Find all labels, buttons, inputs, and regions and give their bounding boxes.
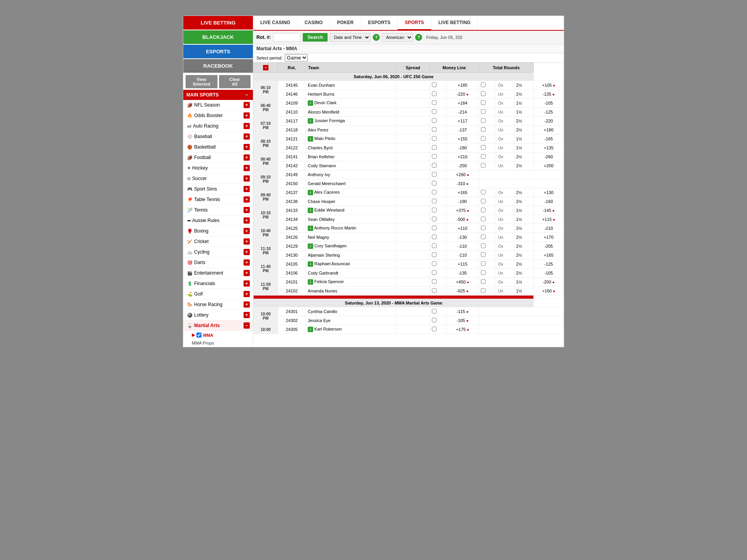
info-icon[interactable]: i <box>308 243 313 249</box>
tennis-plus[interactable]: + <box>244 207 250 213</box>
rot-input[interactable] <box>273 33 300 42</box>
row-checkbox[interactable] <box>481 288 486 293</box>
row-checkbox[interactable] <box>432 109 437 114</box>
info-icon[interactable]: i <box>308 118 313 124</box>
row-checkbox[interactable] <box>481 226 486 230</box>
cycling-plus[interactable]: + <box>244 249 250 255</box>
row-checkbox[interactable] <box>481 154 486 159</box>
row-checkbox[interactable] <box>481 217 486 221</box>
horse-racing-plus[interactable]: + <box>244 301 250 308</box>
row-checkbox[interactable] <box>432 327 437 331</box>
aussie-rules-plus[interactable]: + <box>244 217 250 224</box>
search-button[interactable]: Search <box>303 33 328 42</box>
row-checkbox[interactable] <box>481 190 486 194</box>
sidebar-item-golf[interactable]: ⛳ Golf+ <box>183 289 253 299</box>
sidebar-item-table-tennis[interactable]: 🏓 Table Tennis+ <box>183 194 253 205</box>
table-tennis-plus[interactable]: + <box>244 196 250 203</box>
sidebar-item-darts[interactable]: 🎯 Darts+ <box>183 257 253 268</box>
row-checkbox[interactable] <box>432 172 437 177</box>
info-icon[interactable]: i <box>308 190 313 195</box>
info-icon[interactable]: i <box>308 136 313 142</box>
basketball-plus[interactable]: + <box>244 144 250 150</box>
info-icon[interactable]: i <box>308 208 313 213</box>
row-checkbox[interactable] <box>481 243 486 248</box>
martial-arts-minus[interactable]: − <box>244 322 250 329</box>
baseball-plus[interactable]: + <box>244 133 250 140</box>
sub-item-mma[interactable]: ▶ MMA <box>183 331 253 339</box>
row-checkbox[interactable] <box>432 145 437 150</box>
row-checkbox[interactable] <box>481 91 486 96</box>
row-checkbox[interactable] <box>432 136 437 141</box>
row-checkbox[interactable] <box>432 252 437 257</box>
american-select[interactable]: American <box>382 33 413 42</box>
sidebar-item-horse-racing[interactable]: 🐎 Horse Racing+ <box>183 299 253 310</box>
racebook-button[interactable]: RACEBOOK <box>183 59 253 73</box>
help-icon-1[interactable]: ? <box>373 34 380 41</box>
row-checkbox[interactable] <box>481 145 486 150</box>
sidebar-item-basketball[interactable]: 🏀 Basketball+ <box>183 142 253 152</box>
live-betting-button[interactable]: LIVE BETTING <box>183 16 253 30</box>
sidebar-item-financials[interactable]: 💲 Financials+ <box>183 278 253 289</box>
row-checkbox[interactable] <box>481 252 486 257</box>
hockey-plus[interactable]: + <box>244 165 250 171</box>
main-sports-collapse[interactable]: − <box>244 92 250 98</box>
help-icon-2[interactable]: ? <box>415 34 422 41</box>
row-checkbox[interactable] <box>481 279 486 284</box>
row-checkbox[interactable] <box>481 261 486 266</box>
odds-booster-plus[interactable]: + <box>244 112 250 119</box>
sidebar-item-martial-arts[interactable]: 🥋 Martial Arts− <box>183 320 253 331</box>
row-checkbox[interactable] <box>432 190 437 194</box>
sidebar-item-hockey[interactable]: ✕ Hockey+ <box>183 163 253 173</box>
row-checkbox[interactable] <box>432 288 437 293</box>
date-time-select[interactable]: Date and Time <box>330 33 370 42</box>
soccer-plus[interactable]: + <box>244 175 250 182</box>
nfl-season-plus[interactable]: + <box>244 102 250 108</box>
minus-icon[interactable]: − <box>263 65 268 70</box>
auto-racing-plus[interactable]: + <box>244 123 250 129</box>
row-checkbox[interactable] <box>432 318 437 322</box>
row-checkbox[interactable] <box>432 243 437 248</box>
boxing-plus[interactable]: + <box>244 228 250 234</box>
row-checkbox[interactable] <box>432 181 437 186</box>
financials-plus[interactable]: + <box>244 280 250 287</box>
row-checkbox[interactable] <box>432 226 437 230</box>
nav-sports[interactable]: SPORTS <box>398 16 431 30</box>
sidebar-item-football[interactable]: 🏈 Football+ <box>183 152 253 163</box>
mma-checkbox[interactable] <box>196 332 202 338</box>
row-checkbox[interactable] <box>432 127 437 132</box>
sidebar-item-baseball[interactable]: ⚾ Baseball+ <box>183 131 253 142</box>
blackjack-button[interactable]: BLACKJACK <box>183 30 253 44</box>
football-plus[interactable]: + <box>244 154 250 161</box>
lottery-plus[interactable]: + <box>244 312 250 318</box>
sidebar-item-tennis[interactable]: 🎾 Tennis+ <box>183 205 253 215</box>
nav-poker[interactable]: POKER <box>330 16 361 30</box>
row-checkbox[interactable] <box>432 234 437 239</box>
row-checkbox[interactable] <box>481 199 486 203</box>
nav-esports[interactable]: ESPORTS <box>361 16 398 30</box>
row-checkbox[interactable] <box>432 208 437 212</box>
sidebar-item-lottery[interactable]: 🎱 Lottery+ <box>183 310 253 320</box>
darts-plus[interactable]: + <box>244 259 250 266</box>
row-checkbox[interactable] <box>432 217 437 221</box>
row-checkbox[interactable] <box>481 234 486 239</box>
entertainment-plus[interactable]: + <box>244 270 250 276</box>
row-checkbox[interactable] <box>481 109 486 114</box>
nav-live-casino[interactable]: LIVE CASINO <box>253 16 298 30</box>
info-icon[interactable]: i <box>308 100 313 106</box>
info-icon[interactable]: i <box>308 226 313 231</box>
row-checkbox[interactable] <box>432 118 437 123</box>
view-selected-button[interactable]: ViewSelected <box>186 75 217 88</box>
info-icon[interactable]: i <box>308 261 313 267</box>
info-icon[interactable]: i <box>308 279 313 285</box>
row-checkbox[interactable] <box>432 261 437 266</box>
row-checkbox[interactable] <box>481 118 486 123</box>
row-checkbox[interactable] <box>481 136 486 141</box>
row-checkbox[interactable] <box>481 100 486 105</box>
sidebar-item-auto-racing[interactable]: 🏎 Auto Racing+ <box>183 121 253 131</box>
row-checkbox[interactable] <box>432 82 437 87</box>
row-checkbox[interactable] <box>481 82 486 87</box>
row-checkbox[interactable] <box>481 208 486 212</box>
sidebar-item-sport-sims[interactable]: 🎮 Sport Sims+ <box>183 184 253 194</box>
cricket-plus[interactable]: + <box>244 238 250 245</box>
nav-live-betting[interactable]: LIVE BETTING <box>431 16 478 30</box>
